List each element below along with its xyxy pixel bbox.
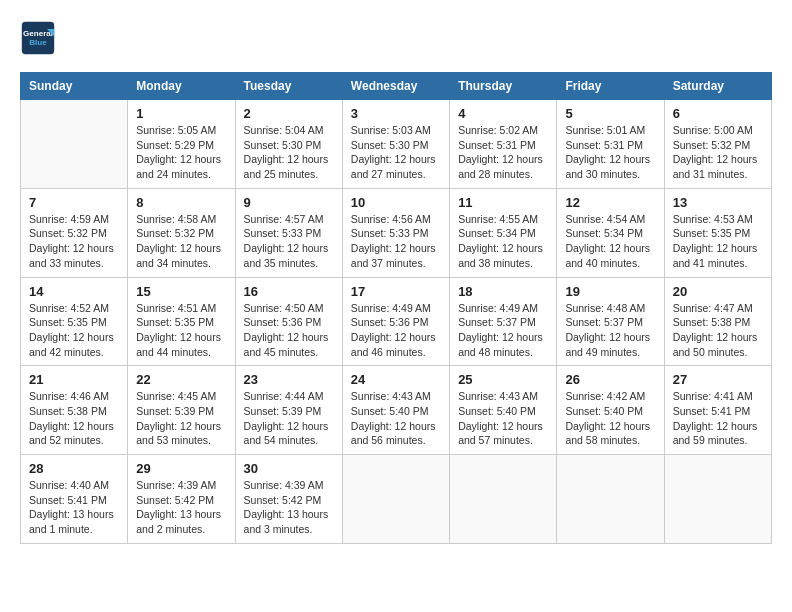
calendar-cell: 29Sunrise: 4:39 AM Sunset: 5:42 PM Dayli… [128, 455, 235, 544]
day-detail: Sunrise: 5:03 AM Sunset: 5:30 PM Dayligh… [351, 123, 441, 182]
calendar-cell: 23Sunrise: 4:44 AM Sunset: 5:39 PM Dayli… [235, 366, 342, 455]
calendar-cell: 26Sunrise: 4:42 AM Sunset: 5:40 PM Dayli… [557, 366, 664, 455]
calendar-cell: 14Sunrise: 4:52 AM Sunset: 5:35 PM Dayli… [21, 277, 128, 366]
day-number: 8 [136, 195, 226, 210]
day-number: 25 [458, 372, 548, 387]
calendar-cell: 28Sunrise: 4:40 AM Sunset: 5:41 PM Dayli… [21, 455, 128, 544]
day-number: 23 [244, 372, 334, 387]
day-number: 18 [458, 284, 548, 299]
day-detail: Sunrise: 4:51 AM Sunset: 5:35 PM Dayligh… [136, 301, 226, 360]
day-header-thursday: Thursday [450, 73, 557, 100]
calendar-cell: 4Sunrise: 5:02 AM Sunset: 5:31 PM Daylig… [450, 100, 557, 189]
day-detail: Sunrise: 4:50 AM Sunset: 5:36 PM Dayligh… [244, 301, 334, 360]
day-number: 13 [673, 195, 763, 210]
day-detail: Sunrise: 4:43 AM Sunset: 5:40 PM Dayligh… [458, 389, 548, 448]
day-number: 29 [136, 461, 226, 476]
day-detail: Sunrise: 4:41 AM Sunset: 5:41 PM Dayligh… [673, 389, 763, 448]
day-number: 14 [29, 284, 119, 299]
calendar-cell: 3Sunrise: 5:03 AM Sunset: 5:30 PM Daylig… [342, 100, 449, 189]
calendar-cell: 25Sunrise: 4:43 AM Sunset: 5:40 PM Dayli… [450, 366, 557, 455]
calendar-cell: 18Sunrise: 4:49 AM Sunset: 5:37 PM Dayli… [450, 277, 557, 366]
day-detail: Sunrise: 4:57 AM Sunset: 5:33 PM Dayligh… [244, 212, 334, 271]
calendar-cell: 5Sunrise: 5:01 AM Sunset: 5:31 PM Daylig… [557, 100, 664, 189]
day-detail: Sunrise: 4:53 AM Sunset: 5:35 PM Dayligh… [673, 212, 763, 271]
day-number: 27 [673, 372, 763, 387]
week-row-1: 1Sunrise: 5:05 AM Sunset: 5:29 PM Daylig… [21, 100, 772, 189]
calendar-cell: 13Sunrise: 4:53 AM Sunset: 5:35 PM Dayli… [664, 188, 771, 277]
day-detail: Sunrise: 5:00 AM Sunset: 5:32 PM Dayligh… [673, 123, 763, 182]
day-number: 5 [565, 106, 655, 121]
calendar-cell: 12Sunrise: 4:54 AM Sunset: 5:34 PM Dayli… [557, 188, 664, 277]
calendar-header-row: SundayMondayTuesdayWednesdayThursdayFrid… [21, 73, 772, 100]
day-header-tuesday: Tuesday [235, 73, 342, 100]
day-detail: Sunrise: 4:49 AM Sunset: 5:36 PM Dayligh… [351, 301, 441, 360]
day-detail: Sunrise: 4:52 AM Sunset: 5:35 PM Dayligh… [29, 301, 119, 360]
day-number: 24 [351, 372, 441, 387]
calendar-cell: 24Sunrise: 4:43 AM Sunset: 5:40 PM Dayli… [342, 366, 449, 455]
day-detail: Sunrise: 4:49 AM Sunset: 5:37 PM Dayligh… [458, 301, 548, 360]
day-number: 1 [136, 106, 226, 121]
day-number: 21 [29, 372, 119, 387]
week-row-3: 14Sunrise: 4:52 AM Sunset: 5:35 PM Dayli… [21, 277, 772, 366]
day-detail: Sunrise: 5:01 AM Sunset: 5:31 PM Dayligh… [565, 123, 655, 182]
logo: General Blue [20, 20, 60, 56]
day-number: 17 [351, 284, 441, 299]
calendar-cell: 21Sunrise: 4:46 AM Sunset: 5:38 PM Dayli… [21, 366, 128, 455]
calendar-cell: 30Sunrise: 4:39 AM Sunset: 5:42 PM Dayli… [235, 455, 342, 544]
day-header-friday: Friday [557, 73, 664, 100]
day-header-wednesday: Wednesday [342, 73, 449, 100]
day-number: 20 [673, 284, 763, 299]
day-detail: Sunrise: 4:44 AM Sunset: 5:39 PM Dayligh… [244, 389, 334, 448]
calendar-cell: 2Sunrise: 5:04 AM Sunset: 5:30 PM Daylig… [235, 100, 342, 189]
day-detail: Sunrise: 4:48 AM Sunset: 5:37 PM Dayligh… [565, 301, 655, 360]
week-row-5: 28Sunrise: 4:40 AM Sunset: 5:41 PM Dayli… [21, 455, 772, 544]
calendar-cell: 7Sunrise: 4:59 AM Sunset: 5:32 PM Daylig… [21, 188, 128, 277]
calendar-cell: 9Sunrise: 4:57 AM Sunset: 5:33 PM Daylig… [235, 188, 342, 277]
day-number: 28 [29, 461, 119, 476]
calendar-cell: 11Sunrise: 4:55 AM Sunset: 5:34 PM Dayli… [450, 188, 557, 277]
calendar-cell: 19Sunrise: 4:48 AM Sunset: 5:37 PM Dayli… [557, 277, 664, 366]
calendar-cell [342, 455, 449, 544]
calendar-cell [450, 455, 557, 544]
day-number: 22 [136, 372, 226, 387]
page-header: General Blue [20, 20, 772, 56]
day-header-monday: Monday [128, 73, 235, 100]
day-detail: Sunrise: 4:56 AM Sunset: 5:33 PM Dayligh… [351, 212, 441, 271]
calendar-cell: 8Sunrise: 4:58 AM Sunset: 5:32 PM Daylig… [128, 188, 235, 277]
day-number: 30 [244, 461, 334, 476]
day-number: 2 [244, 106, 334, 121]
logo-icon: General Blue [20, 20, 56, 56]
calendar-cell: 20Sunrise: 4:47 AM Sunset: 5:38 PM Dayli… [664, 277, 771, 366]
day-detail: Sunrise: 4:58 AM Sunset: 5:32 PM Dayligh… [136, 212, 226, 271]
svg-text:Blue: Blue [29, 38, 47, 47]
week-row-2: 7Sunrise: 4:59 AM Sunset: 5:32 PM Daylig… [21, 188, 772, 277]
calendar-cell: 6Sunrise: 5:00 AM Sunset: 5:32 PM Daylig… [664, 100, 771, 189]
day-number: 9 [244, 195, 334, 210]
day-detail: Sunrise: 5:05 AM Sunset: 5:29 PM Dayligh… [136, 123, 226, 182]
day-detail: Sunrise: 4:54 AM Sunset: 5:34 PM Dayligh… [565, 212, 655, 271]
calendar-cell [664, 455, 771, 544]
day-number: 4 [458, 106, 548, 121]
day-detail: Sunrise: 4:39 AM Sunset: 5:42 PM Dayligh… [244, 478, 334, 537]
day-detail: Sunrise: 4:39 AM Sunset: 5:42 PM Dayligh… [136, 478, 226, 537]
day-detail: Sunrise: 4:59 AM Sunset: 5:32 PM Dayligh… [29, 212, 119, 271]
calendar-cell: 10Sunrise: 4:56 AM Sunset: 5:33 PM Dayli… [342, 188, 449, 277]
day-number: 15 [136, 284, 226, 299]
day-header-saturday: Saturday [664, 73, 771, 100]
day-detail: Sunrise: 5:02 AM Sunset: 5:31 PM Dayligh… [458, 123, 548, 182]
svg-text:General: General [23, 29, 53, 38]
day-detail: Sunrise: 4:43 AM Sunset: 5:40 PM Dayligh… [351, 389, 441, 448]
calendar-cell: 15Sunrise: 4:51 AM Sunset: 5:35 PM Dayli… [128, 277, 235, 366]
day-number: 26 [565, 372, 655, 387]
calendar-cell: 27Sunrise: 4:41 AM Sunset: 5:41 PM Dayli… [664, 366, 771, 455]
day-number: 16 [244, 284, 334, 299]
calendar-cell: 16Sunrise: 4:50 AM Sunset: 5:36 PM Dayli… [235, 277, 342, 366]
calendar-cell: 17Sunrise: 4:49 AM Sunset: 5:36 PM Dayli… [342, 277, 449, 366]
day-number: 6 [673, 106, 763, 121]
day-number: 10 [351, 195, 441, 210]
day-detail: Sunrise: 4:47 AM Sunset: 5:38 PM Dayligh… [673, 301, 763, 360]
day-number: 7 [29, 195, 119, 210]
day-detail: Sunrise: 4:42 AM Sunset: 5:40 PM Dayligh… [565, 389, 655, 448]
day-detail: Sunrise: 4:45 AM Sunset: 5:39 PM Dayligh… [136, 389, 226, 448]
day-number: 11 [458, 195, 548, 210]
